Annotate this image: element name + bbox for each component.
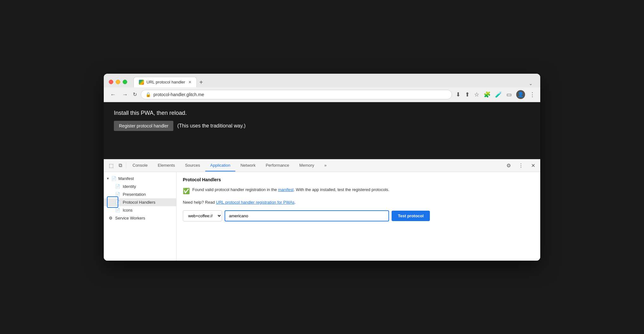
status-row: ✅ Found valid protocol handler registrat… [183,187,534,195]
page-instruction: Install this PWA, then reload. [114,110,530,116]
menu-icon[interactable]: ⋮ [529,91,535,98]
protocol-handlers-file-icon: 📄 [115,200,120,205]
service-workers-gear-icon: ⚙ [109,216,113,220]
lock-icon: 🔒 [146,92,151,97]
devtools-close-icon[interactable]: ✕ [529,159,538,172]
sidebar-manifest-label: Manifest [118,176,134,181]
profile-avatar[interactable]: 👤 [516,90,525,99]
tab-more[interactable]: » [319,160,331,171]
device-toolbar-icon[interactable]: ⧉ [116,159,125,171]
manifest-file-icon: 📄 [111,176,116,181]
close-button[interactable] [109,80,113,84]
sidebar-item-service-workers[interactable]: ⚙ Service Workers [104,214,176,222]
tab-elements[interactable]: Elements [153,160,180,171]
tab-separator [126,162,126,169]
test-protocol-button[interactable]: Test protocol [392,211,430,221]
minimize-button[interactable] [116,80,120,84]
maximize-button[interactable] [123,80,127,84]
sidebar-protocol-handlers-label: Protocol Handlers [123,200,155,205]
sidebar-item-presentation[interactable]: 📄 Presentation [104,190,176,198]
protocol-select[interactable]: web+coffee:// [183,210,222,221]
share-icon[interactable]: ⬆ [465,91,470,98]
sidebar-icons-label: Icons [123,208,133,213]
protocol-controls: web+coffee:// Test protocol [183,210,534,221]
download-icon[interactable]: ⬇ [456,91,461,98]
tab-performance[interactable]: Performance [261,160,294,171]
tab-application[interactable]: Application [205,160,236,171]
tab-network[interactable]: Network [235,160,261,171]
help-row: Need help? Read URL protocol handler reg… [183,199,534,206]
icons-file-icon: 📄 [115,208,120,213]
experiment-icon[interactable]: 🧪 [495,91,502,98]
help-link[interactable]: URL protocol handler registration for PW… [216,200,294,205]
tab-close-button[interactable]: × [189,80,191,85]
address-bar: ← → ↻ 🔒 protocol-handler.glitch.me ⬇ ⬆ ☆… [104,87,540,102]
status-text: Found valid protocol handler registratio… [192,187,389,193]
tab-favicon [139,80,144,85]
active-tab[interactable]: URL protocol handler × [133,77,197,87]
presentation-file-icon: 📄 [115,192,120,197]
title-bar: URL protocol handler × + ⌄ [104,74,540,87]
devtools-settings-icon[interactable]: ⚙ [504,159,513,172]
panel-title: Protocol Handlers [183,177,534,182]
sidebar-item-protocol-handlers[interactable]: 📄 Protocol Handlers [104,198,176,206]
sidebar-service-workers-label: Service Workers [115,216,145,220]
reload-button[interactable]: ↻ [133,91,137,97]
toolbar-icons: ⬇ ⬆ ☆ 🧩 🧪 ▭ 👤 ⋮ [456,90,535,99]
page-note: (This uses the traditional way.) [177,123,245,129]
devtools-main-panel: Protocol Handlers ✅ Found valid protocol… [176,172,540,261]
traffic-lights [109,80,127,84]
devtools-more-icon[interactable]: ⋮ [516,159,526,172]
triangle-icon: ▼ [106,177,109,180]
tab-sources[interactable]: Sources [180,160,205,171]
devtools-tab-bar: ⬚ ⧉ Console Elements Sources Application… [104,159,540,172]
page-content: Install this PWA, then reload. Register … [104,102,540,159]
register-protocol-button[interactable]: Register protocol handler [114,121,173,131]
sidebar-item-icons[interactable]: 📄 Icons [104,206,176,214]
protocol-input[interactable] [225,210,389,221]
tab-dropdown-button[interactable]: ⌄ [526,80,535,87]
sidebar-identity-label: Identity [123,184,136,189]
browser-window: URL protocol handler × + ⌄ ← → ↻ 🔒 proto… [104,74,540,261]
star-icon[interactable]: ☆ [474,91,479,98]
tab-title: URL protocol handler [146,80,185,84]
forward-button[interactable]: → [121,90,129,99]
sidebar-presentation-label: Presentation [123,192,146,197]
devtools-right-controls: ⚙ ⋮ ✕ [504,159,538,172]
devtools-panel: ⬚ ⧉ Console Elements Sources Application… [104,159,540,261]
tab-memory[interactable]: Memory [294,160,319,171]
url-text: protocol-handler.glitch.me [153,92,447,97]
identity-file-icon: 📄 [115,184,120,189]
tablet-icon[interactable]: ▭ [506,91,512,98]
manifest-link[interactable]: manifest [278,187,294,192]
tabs-row: URL protocol handler × + ⌄ [133,77,535,87]
tab-console[interactable]: Console [127,160,153,171]
url-bar[interactable]: 🔒 protocol-handler.glitch.me [141,90,452,99]
devtools-sidebar: ▼ 📄 Manifest 📄 Identity 📄 Presentation 📄… [104,172,176,261]
sidebar-item-manifest[interactable]: ▼ 📄 Manifest [104,175,176,182]
back-button[interactable]: ← [109,90,117,99]
devtools-body: ▼ 📄 Manifest 📄 Identity 📄 Presentation 📄… [104,172,540,261]
element-selector-icon[interactable]: ⬚ [106,159,116,172]
sidebar-item-identity[interactable]: 📄 Identity [104,182,176,190]
new-tab-button[interactable]: + [197,77,206,87]
extension-icon[interactable]: 🧩 [484,91,491,98]
check-circle-icon: ✅ [183,187,190,195]
